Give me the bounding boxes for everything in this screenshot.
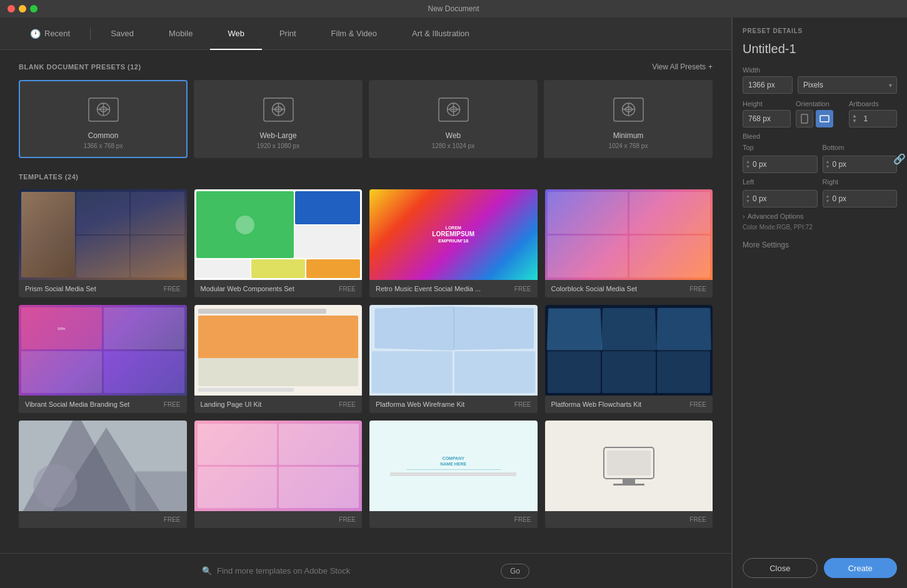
preset-web-icon (434, 94, 472, 125)
maximize-dot[interactable] (30, 5, 38, 12)
template-wireframe-name: Platforma Web Wireframe Kit (376, 401, 511, 408)
color-info: Color Mode:RGB, PPI:72 (743, 224, 897, 231)
artboards-input[interactable]: ▲ ▼ 1 (849, 110, 897, 127)
landscape-button[interactable] (816, 110, 833, 127)
template-row3-3-badge: FREE (514, 516, 531, 523)
orientation-buttons (796, 110, 844, 127)
height-input[interactable]: 768 px (743, 110, 791, 127)
unit-select[interactable]: Pixels Inches Centimeters (798, 76, 897, 94)
left-down[interactable]: ▼ (746, 199, 750, 204)
preset-minimum-size: 1024 x 768 px (609, 142, 648, 149)
bleed-top-bottom: Top ▲ ▼ 0 px Bottom ▲ ▼ 0 px (743, 144, 897, 173)
svg-rect-18 (136, 471, 187, 511)
preset-common-size: 1366 x 768 px (84, 142, 123, 149)
preset-minimum[interactable]: Minimum 1024 x 768 px (544, 80, 713, 158)
more-settings-button[interactable]: More Settings (743, 241, 897, 249)
close-button[interactable]: Close (743, 558, 818, 578)
template-row3-3[interactable]: COMPANY NAME HERE FREE (369, 421, 538, 528)
template-row3-3-info: FREE (369, 511, 538, 528)
bottom-value: 0 px (832, 160, 894, 169)
artboard-down-arrow[interactable]: ▼ (852, 119, 857, 124)
template-prism-info: Prism Social Media Set FREE (19, 280, 187, 297)
right-up[interactable]: ▲ (826, 194, 830, 199)
preset-web-large-name: Web-Large (259, 131, 296, 140)
top-value: 0 px (753, 160, 814, 169)
template-retro-name: Retro Music Event Social Media ... (376, 285, 511, 292)
orientation-section: Orientation (796, 100, 844, 127)
plus-icon: + (708, 62, 713, 71)
bleed-right-field: Right ▲ ▼ 0 px (823, 178, 898, 207)
tab-film[interactable]: Film & Video (314, 17, 394, 50)
width-input[interactable]: 1366 px (743, 76, 793, 94)
height-label: Height (743, 100, 791, 107)
tab-saved[interactable]: Saved (93, 17, 151, 50)
advanced-options-toggle[interactable]: › Advanced Options (743, 212, 897, 220)
template-vibrant[interactable]: 50% Vibrant Social Media Branding Set FR… (19, 305, 187, 413)
template-row3-1-thumb (19, 421, 187, 511)
minimize-dot[interactable] (19, 5, 26, 12)
tab-saved-label: Saved (111, 29, 134, 38)
bottom-arrows: ▲ ▼ (826, 159, 830, 169)
width-value: 1366 px (748, 81, 775, 89)
svg-rect-22 (623, 479, 635, 484)
bottom-up[interactable]: ▲ (826, 159, 830, 164)
preset-web-name: Web (446, 131, 461, 140)
tab-web-label: Web (228, 29, 244, 38)
template-modular[interactable]: Modular Web Components Set FREE (194, 189, 363, 297)
template-landing[interactable]: Landing Page UI Kit FREE (194, 305, 363, 413)
template-prism[interactable]: Prism Social Media Set FREE (19, 189, 187, 297)
left-input[interactable]: ▲ ▼ 0 px (743, 190, 818, 207)
preset-web[interactable]: Web 1280 x 1024 px (369, 80, 538, 158)
width-row: 1366 px Pixels Inches Centimeters (743, 76, 897, 94)
portrait-button[interactable] (796, 110, 813, 127)
tab-web[interactable]: Web (210, 17, 262, 50)
template-vibrant-info: Vibrant Social Media Branding Set FREE (19, 396, 187, 413)
templates-count: 24 (68, 173, 76, 181)
bottom-down[interactable]: ▼ (826, 164, 830, 169)
doc-name: Untitled-1 (743, 42, 897, 56)
template-row3-1[interactable]: FREE (19, 421, 187, 528)
go-button[interactable]: Go (501, 564, 529, 579)
bottom-input[interactable]: ▲ ▼ 0 px (823, 156, 898, 173)
tab-art[interactable]: Art & Illustration (394, 17, 487, 50)
tab-print-label: Print (279, 29, 296, 38)
template-row3-4[interactable]: FREE (545, 421, 713, 528)
template-retro[interactable]: LOREM LOREMIPSUM EMPRIUM'18 Retro Music … (369, 189, 538, 297)
right-down[interactable]: ▼ (826, 199, 830, 204)
template-prism-badge: FREE (164, 286, 181, 292)
template-row3-3-thumb: COMPANY NAME HERE (369, 421, 538, 511)
view-all-button[interactable]: View All Presets + (652, 62, 713, 71)
tab-print[interactable]: Print (262, 17, 314, 50)
template-retro-thumb: LOREM LOREMIPSUM EMPRIUM'18 (369, 189, 538, 280)
presets-grid: Common 1366 x 768 px Web-Large (19, 80, 713, 158)
preset-common-icon (84, 94, 122, 125)
create-button[interactable]: Create (824, 558, 898, 578)
template-wireframe[interactable]: Platforma Web Wireframe Kit FREE (369, 305, 538, 413)
tab-mobile[interactable]: Mobile (151, 17, 210, 50)
templates-section-header: TEMPLATES (24) (19, 173, 713, 181)
artboards-label: Artboards (849, 100, 897, 107)
template-row3-1-info: FREE (19, 511, 187, 528)
tab-recent[interactable]: 🕐 Recent (13, 17, 88, 50)
top-input[interactable]: ▲ ▼ 0 px (743, 156, 818, 173)
preset-common[interactable]: Common 1366 x 768 px (19, 80, 188, 158)
right-input[interactable]: ▲ ▼ 0 px (823, 190, 898, 207)
top-down[interactable]: ▼ (746, 164, 750, 169)
link-bleed-icon[interactable]: 🔗 (893, 152, 906, 164)
template-wireframe-thumb (369, 305, 538, 396)
search-input[interactable] (217, 566, 496, 576)
svg-rect-25 (820, 116, 829, 122)
chevron-right-icon: › (743, 212, 745, 220)
bleed-bottom-field: Bottom ▲ ▼ 0 px (823, 144, 898, 173)
width-section: Width 1366 px Pixels Inches Centimeters (743, 66, 897, 95)
template-colorblock-name: Colorblock Social Media Set (551, 285, 686, 292)
template-colorblock[interactable]: Colorblock Social Media Set FREE (545, 189, 713, 297)
close-dot[interactable] (8, 5, 15, 12)
top-up[interactable]: ▲ (746, 159, 750, 164)
left-up[interactable]: ▲ (746, 194, 750, 199)
preset-web-large[interactable]: Web-Large 1920 x 1080 px (194, 80, 363, 158)
template-row3-2[interactable]: FREE (194, 421, 363, 528)
template-flowchart[interactable]: Platforma Web Flowcharts Kit FREE (545, 305, 713, 413)
template-row3-2-badge: FREE (339, 516, 356, 523)
template-modular-info: Modular Web Components Set FREE (194, 280, 363, 297)
